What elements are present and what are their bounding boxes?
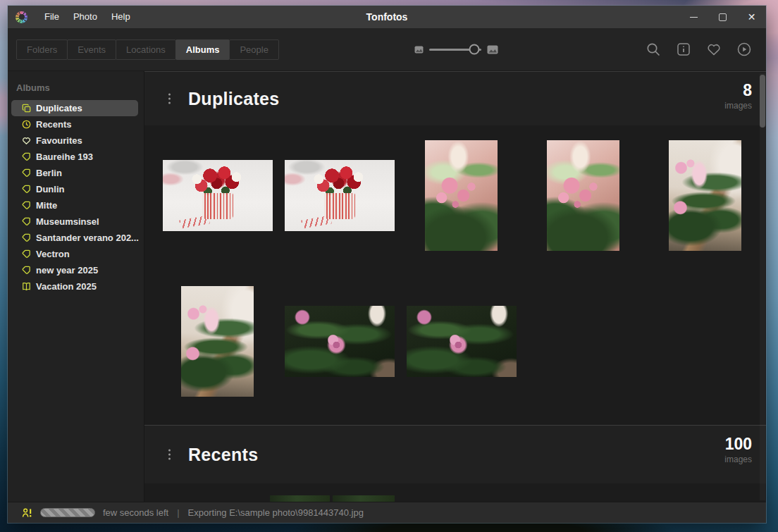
image-count-label: images <box>724 454 752 464</box>
sidebar-item-label: Duplicates <box>36 103 82 113</box>
info-icon[interactable] <box>676 42 691 57</box>
main-panel: Duplicates 8 images Recents 100 images <box>144 71 766 502</box>
partially-visible-thumbnails <box>144 483 766 502</box>
sidebar-header: Albums <box>16 82 144 93</box>
tab-people[interactable]: People <box>229 39 278 60</box>
thumbnail-zoom-slider <box>414 28 498 70</box>
sidebar-item-label: Vectron <box>36 249 70 259</box>
close-icon: ✕ <box>748 12 756 22</box>
sidebar-item-label: Mitte <box>36 200 57 211</box>
book-icon <box>21 282 31 292</box>
toolbar: FoldersEventsLocationsAlbumsPeople <box>8 28 766 70</box>
sidebar-item-label: Museumsinsel <box>36 216 99 227</box>
photo-thumbnail-pink-roses[interactable] <box>547 140 619 251</box>
menu-file[interactable]: File <box>37 6 66 28</box>
sidebar-item-recents[interactable]: Recents <box>11 116 138 132</box>
title-bar: FilePhotoHelp Tonfotos ✕ <box>8 6 766 28</box>
zoom-slider-knob[interactable] <box>469 44 479 55</box>
tag-icon <box>21 233 31 243</box>
menu-photo[interactable]: Photo <box>66 6 104 28</box>
sidebar-item-label: Recents <box>36 119 72 130</box>
minimize-button[interactable] <box>679 6 708 28</box>
sidebar-item-vectron[interactable]: Vectron <box>11 246 138 262</box>
sidebar: Albums DuplicatesRecentsFavouritesBaurei… <box>8 71 144 502</box>
export-activity: Exporting E:\sample photo\9981443740.jpg <box>188 507 364 518</box>
section-menu-icon[interactable] <box>166 91 173 107</box>
section-count: 100 images <box>724 435 752 464</box>
tag-icon <box>21 249 31 259</box>
tag-icon <box>21 217 31 227</box>
large-thumbnails-icon <box>487 45 498 54</box>
menu-bar: FilePhotoHelp <box>37 6 137 28</box>
clock-icon <box>21 120 31 130</box>
sidebar-item-label: Baureihe 193 <box>36 151 93 162</box>
menu-help[interactable]: Help <box>104 6 137 28</box>
sidebar-item-duplicates[interactable]: Duplicates <box>11 100 138 116</box>
slideshow-play-icon[interactable] <box>736 42 752 57</box>
maximize-icon <box>719 13 727 21</box>
scrollbar-thumb[interactable] <box>760 75 765 128</box>
status-separator: | <box>176 507 180 518</box>
tab-albums[interactable]: Albums <box>175 39 230 60</box>
image-count: 8 <box>724 81 752 99</box>
image-count: 100 <box>724 435 752 453</box>
tab-folders[interactable]: Folders <box>16 39 68 60</box>
section-title: Duplicates <box>188 89 279 109</box>
sidebar-item-mitte[interactable]: Mitte <box>11 197 138 214</box>
photo-thumbnail-tulips-fern[interactable] <box>181 286 254 397</box>
person-alert-icon <box>22 507 32 519</box>
maximize-button[interactable] <box>708 6 737 28</box>
content-area: Albums DuplicatesRecentsFavouritesBaurei… <box>8 70 766 502</box>
section-title: Recents <box>188 445 258 465</box>
image-count-label: images <box>724 101 752 111</box>
sidebar-item-new-year-2025[interactable]: new year 2025 <box>11 262 138 278</box>
small-thumbnails-icon <box>414 46 424 54</box>
close-button[interactable]: ✕ <box>737 6 766 28</box>
export-progress-bar <box>40 508 95 517</box>
favourites-heart-icon[interactable] <box>706 42 722 57</box>
sidebar-item-berlin[interactable]: Berlin <box>11 165 138 181</box>
view-tabs: FoldersEventsLocationsAlbumsPeople <box>16 39 279 60</box>
tab-events[interactable]: Events <box>67 39 116 60</box>
sidebar-item-label: Favourites <box>36 135 82 146</box>
tag-icon <box>21 185 31 194</box>
sidebar-item-baureihe-193[interactable]: Baureihe 193 <box>11 149 138 165</box>
duplicates-icon <box>21 104 31 113</box>
sidebar-item-santander-verano-202[interactable]: Santander verano 202... <box>11 230 138 246</box>
section-header-duplicates: Duplicates 8 images <box>144 71 766 125</box>
tab-locations[interactable]: Locations <box>116 39 176 60</box>
photo-thumbnail-red-bouquet[interactable] <box>285 160 395 231</box>
time-remaining: few seconds left <box>103 507 168 518</box>
photo-thumbnail-tulips-fern[interactable] <box>669 140 741 251</box>
search-icon[interactable] <box>646 42 661 57</box>
section-menu-icon[interactable] <box>166 447 173 463</box>
sidebar-item-favourites[interactable]: Favourites <box>11 132 138 149</box>
zoom-slider-track[interactable] <box>429 49 481 51</box>
section-count: 8 images <box>724 81 752 111</box>
photo-thumbnail-pink-roses[interactable] <box>425 140 498 251</box>
status-bar: few seconds left | Exporting E:\sample p… <box>8 502 766 523</box>
scrollbar[interactable] <box>760 73 765 500</box>
duplicates-grid <box>144 140 766 397</box>
sidebar-item-vacation-2025[interactable]: Vacation 2025 <box>11 278 138 295</box>
window-title: Tonfotos <box>366 6 408 28</box>
photo-thumbnail-dark-rose[interactable] <box>285 306 395 377</box>
heart-icon <box>21 136 31 146</box>
album-list: DuplicatesRecentsFavouritesBaureihe 193B… <box>8 100 144 295</box>
sidebar-item-label: new year 2025 <box>36 265 98 276</box>
tag-icon <box>21 201 31 211</box>
minimize-icon <box>690 17 698 18</box>
app-window: FilePhotoHelp Tonfotos ✕ FoldersEventsLo… <box>8 6 766 523</box>
tag-icon <box>21 168 31 178</box>
toolbar-actions <box>646 28 752 70</box>
sidebar-item-label: Vacation 2025 <box>36 281 97 292</box>
sidebar-item-label: Santander verano 202... <box>36 233 139 243</box>
sidebar-item-museumsinsel[interactable]: Museumsinsel <box>11 214 138 230</box>
sidebar-item-dunlin[interactable]: Dunlin <box>11 181 138 197</box>
photo-thumbnail-dark-rose[interactable] <box>407 306 517 377</box>
window-controls: ✕ <box>679 6 766 28</box>
photo-thumbnail-red-bouquet[interactable] <box>163 160 273 231</box>
section-header-recents: Recents 100 images <box>144 425 766 483</box>
sidebar-item-label: Dunlin <box>36 184 64 194</box>
tag-icon <box>21 152 31 162</box>
